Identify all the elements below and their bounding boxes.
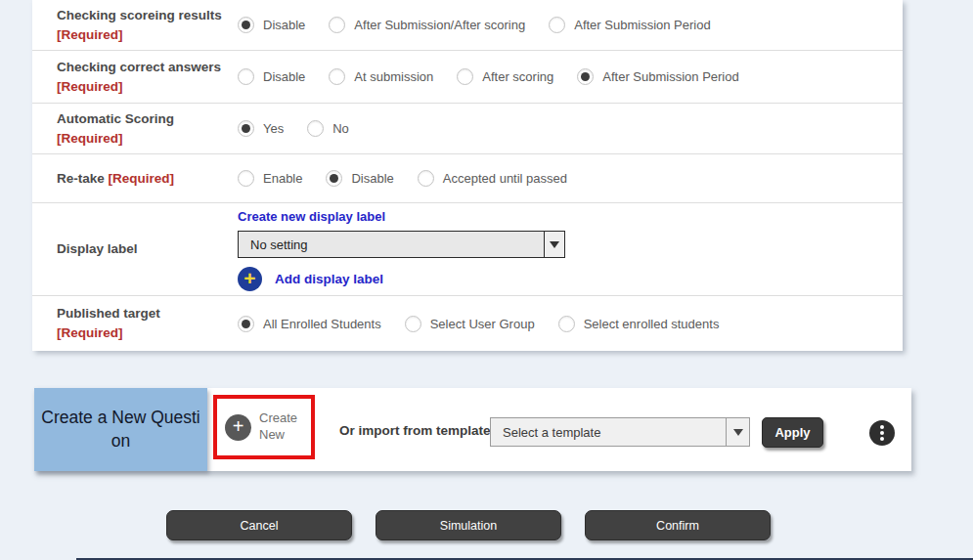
radio-option-after-submission-period[interactable]: After Submission Period [549,17,710,33]
row-retake: Re-take [Required] Enable Disable Accept… [32,154,903,203]
radio-option-no[interactable]: No [307,120,349,137]
radio-button[interactable] [238,120,254,137]
radio-option-accepted-until-passed[interactable]: Accepted until passed [418,170,567,187]
radio-option-select-user-group[interactable]: Select User Group [405,316,535,332]
create-question-panel: Create a New Question + Create New Or im… [34,388,911,471]
row-label: Checking correct answers [Required] [32,48,233,106]
radio-group: Enable Disable Accepted until passed [233,162,903,194]
radio-option-all-enrolled-students[interactable]: All Enrolled Students [238,316,381,332]
row-checking-scoring-results: Checking scoreing results [Required] Dis… [32,0,903,51]
radio-label: Yes [263,121,284,136]
simulation-button[interactable]: Simulation [376,510,561,540]
row-label: Published target [Required] [32,294,233,352]
row-label: Re-take [Required] [32,159,233,198]
add-display-label-button[interactable]: + Add display label [238,267,565,291]
radio-button[interactable] [329,68,345,85]
radio-group: All Enrolled Students Select User Group … [233,308,903,340]
radio-label: At submission [354,69,433,84]
cancel-button[interactable]: Cancel [166,510,352,540]
row-label-text: Re-take [57,171,109,186]
radio-label: Disable [263,18,305,32]
radio-option-after-submission-after-scoring[interactable]: After Submission/After scoring [329,17,525,33]
radio-label: After Submission Period [574,18,710,32]
row-label-text: Display label [57,241,138,256]
radio-option-select-enrolled-students[interactable]: Select enrolled students [558,316,720,332]
radio-label: All Enrolled Students [263,317,381,331]
display-label-controls: Create new display label No setting + Ad… [233,197,575,301]
row-label-text: Automatic Scoring [57,111,174,126]
create-new-button[interactable]: + Create New [213,395,315,459]
footer-actions: Cancel Simulation Confirm [166,510,771,540]
radio-group: Disable After Submission/After scoring A… [233,9,903,41]
row-display-label: Display label Create new display label N… [32,203,903,296]
import-from-template-label: Or import from template [339,422,491,437]
radio-label: After Submission Period [602,69,738,84]
radio-button[interactable] [238,316,254,332]
row-automatic-scoring: Automatic Scoring [Required] Yes No [32,104,903,154]
row-label-text: Checking scoreing results [57,8,222,22]
radio-button[interactable] [457,68,473,85]
required-badge: [Required] [57,325,123,340]
radio-option-after-scoring[interactable]: After scoring [457,68,553,85]
chevron-down-icon [550,241,559,248]
row-label: Display label [32,230,233,269]
dropdown-arrow-button[interactable] [544,232,564,257]
required-badge: [Required] [57,79,123,94]
radio-option-disable[interactable]: Disable [238,68,305,85]
row-label: Checking scoreing results [Required] [32,0,233,54]
row-label-text: Checking correct answers [57,60,221,74]
display-label-dropdown[interactable]: No setting [238,231,565,258]
row-label: Automatic Scoring [Required] [32,100,233,157]
row-label-text: Published target [57,306,160,321]
chevron-down-icon [733,429,743,436]
required-badge: [Required] [57,131,123,146]
apply-button[interactable]: Apply [762,417,823,448]
radio-button[interactable] [326,170,342,187]
required-badge: [Required] [57,27,123,42]
radio-button[interactable] [418,170,434,187]
radio-label: Disable [263,69,305,84]
template-dropdown[interactable]: Select a template [490,417,750,447]
radio-label: Select enrolled students [584,317,720,331]
radio-label: Select User Group [430,317,535,331]
create-new-display-label-link[interactable]: Create new display label [238,209,385,224]
radio-button[interactable] [238,17,254,33]
radio-label: No [332,121,349,136]
radio-label: Disable [351,171,393,186]
radio-label: After Submission/After scoring [354,18,525,32]
radio-button[interactable] [405,316,421,332]
radio-group: Yes No [233,112,903,145]
radio-label: Accepted until passed [443,171,567,186]
row-checking-correct-answers: Checking correct answers [Required] Disa… [32,51,903,104]
required-badge: [Required] [109,171,175,186]
create-new-label: Create New [259,410,306,444]
template-dropdown-value: Select a template [491,418,726,446]
dropdown-arrow-button[interactable] [726,418,749,446]
radio-group: Disable At submission After scoring Afte… [233,61,903,93]
plus-icon: + [225,414,251,441]
radio-button[interactable] [307,120,324,137]
radio-button[interactable] [549,17,565,33]
radio-button[interactable] [238,170,254,187]
radio-option-yes[interactable]: Yes [238,120,284,137]
radio-option-enable[interactable]: Enable [238,170,302,187]
kebab-menu-icon[interactable] [869,420,895,446]
quiz-settings-panel: Checking scoreing results [Required] Dis… [32,0,903,351]
plus-icon: + [238,267,262,291]
radio-label: After scoring [482,69,553,84]
radio-option-at-submission[interactable]: At submission [329,68,433,85]
confirm-button[interactable]: Confirm [585,510,771,540]
row-published-target: Published target [Required] All Enrolled… [32,296,903,351]
radio-button[interactable] [329,17,345,33]
radio-button[interactable] [558,316,575,332]
radio-option-after-submission-period[interactable]: After Submission Period [577,68,738,85]
radio-option-disable[interactable]: Disable [326,170,393,187]
radio-button[interactable] [238,68,254,85]
display-label-dropdown-value: No setting [239,232,544,257]
section-title: Create a New Question [34,388,207,471]
radio-label: Enable [263,171,302,186]
radio-option-disable[interactable]: Disable [238,17,305,33]
radio-button[interactable] [577,68,594,85]
add-display-label-text: Add display label [275,272,383,286]
